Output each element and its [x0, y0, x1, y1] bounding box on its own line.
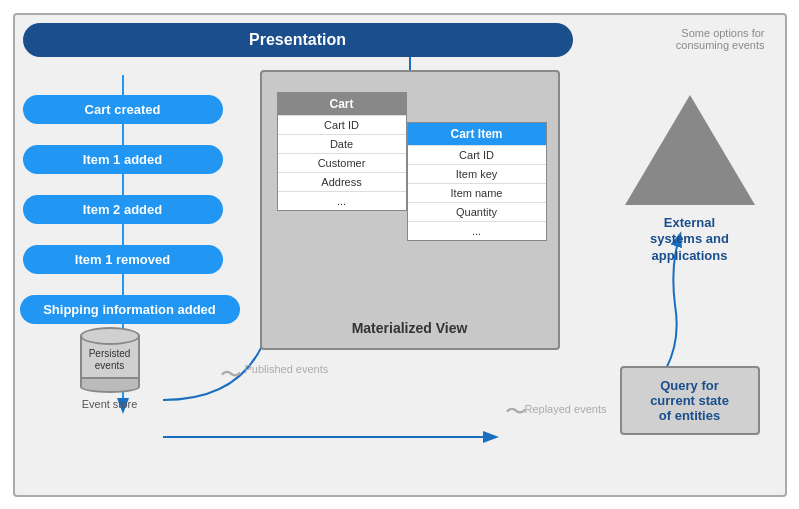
event-store-container: Persisted events Event store [80, 333, 140, 410]
cart-item-table: Cart Item Cart ID Item key Item name Qua… [407, 122, 547, 241]
cart-item-row-2: Item name [408, 183, 546, 202]
cylinder-label: Persisted events [89, 348, 131, 372]
main-box: Some options for consuming events Presen… [13, 13, 787, 497]
wave-icon-replayed: 〜 [505, 397, 527, 427]
materialized-view-box: Cart Cart ID Date Customer Address ... C… [260, 70, 560, 350]
cart-item-row-0: Cart ID [408, 145, 546, 164]
cart-row-0: Cart ID [278, 115, 406, 134]
cart-item-row-1: Item key [408, 164, 546, 183]
cart-table: Cart Cart ID Date Customer Address ... [277, 92, 407, 211]
materialized-view-label: Materialized View [262, 320, 558, 336]
cart-row-3: Address [278, 172, 406, 191]
event-pill-item1-added: Item 1 added [23, 145, 223, 174]
replayed-events-label: Replayed events [525, 403, 607, 415]
external-systems-container: External systems and applications [625, 95, 755, 266]
event-pill-shipping-added: Shipping information added [20, 295, 240, 324]
options-text: Some options for consuming events [676, 27, 765, 51]
event-store-label: Event store [82, 398, 138, 410]
event-pill-item2-added: Item 2 added [23, 195, 223, 224]
diagram-container: Some options for consuming events Presen… [5, 5, 795, 505]
cart-row-4: ... [278, 191, 406, 210]
cylinder-icon: Persisted events [80, 333, 140, 388]
cart-table-header: Cart [278, 93, 406, 115]
wave-icon-published: 〜 [220, 360, 242, 390]
cart-item-table-header: Cart Item [408, 123, 546, 145]
triangle-icon [625, 95, 755, 205]
cart-item-row-3: Quantity [408, 202, 546, 221]
cart-row-2: Customer [278, 153, 406, 172]
cart-row-1: Date [278, 134, 406, 153]
presentation-header: Presentation [23, 23, 573, 57]
event-pill-cart-created: Cart created [23, 95, 223, 124]
query-box: Query for current state of entities [620, 366, 760, 435]
external-systems-label: External systems and applications [650, 215, 729, 266]
cart-item-row-4: ... [408, 221, 546, 240]
event-pill-item1-removed: Item 1 removed [23, 245, 223, 274]
published-events-label: Published events [245, 363, 329, 375]
